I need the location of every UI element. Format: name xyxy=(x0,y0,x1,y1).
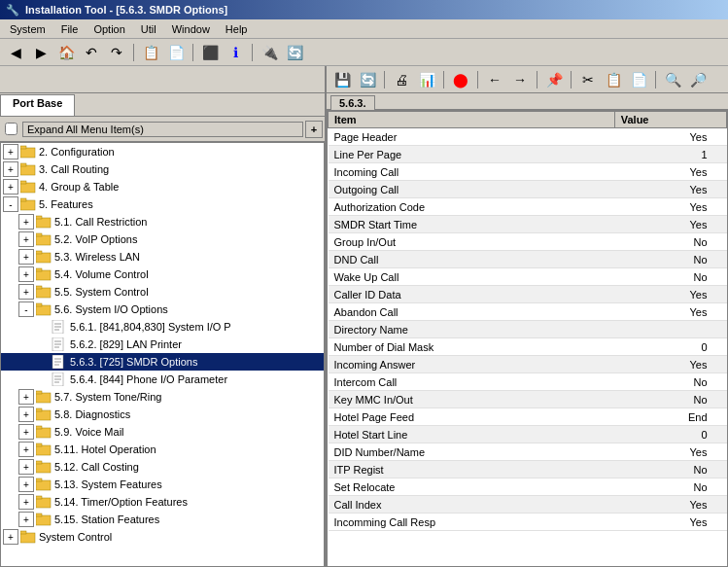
tree-item-volumecontrol[interactable]: + 5.4. Volume Control xyxy=(1,266,324,283)
stop-button[interactable]: ⬛ xyxy=(198,42,222,63)
menu-window[interactable]: Window xyxy=(164,21,218,37)
table-row[interactable]: Wake Up CallNo xyxy=(329,268,727,286)
tree-toggle[interactable]: + xyxy=(18,424,34,440)
tree-toggle[interactable]: + xyxy=(3,529,18,545)
table-row[interactable]: Incomming Call RespYes xyxy=(329,514,727,531)
tree-item-systemcontrol2[interactable]: + System Control xyxy=(1,528,324,546)
tree-item-sysio4[interactable]: 5.6.4. [844] Phone I/O Parameter xyxy=(1,371,324,388)
tree-toggle[interactable]: + xyxy=(18,249,34,265)
tree-item-systemcontrol[interactable]: + 5.5. System Control xyxy=(1,283,324,301)
redo-button[interactable]: ↷ xyxy=(105,42,128,63)
left-arrow[interactable]: ← xyxy=(483,69,506,90)
tree-toggle[interactable]: + xyxy=(18,214,34,230)
table-row[interactable]: DND CallNo xyxy=(329,251,727,268)
tree-toggle[interactable]: + xyxy=(18,494,34,510)
table-row[interactable]: Caller ID DataYes xyxy=(329,286,727,303)
tree-toggle[interactable]: - xyxy=(18,301,34,317)
tree-toggle[interactable]: + xyxy=(18,231,34,247)
tree-item-config[interactable]: + 2. Configuration xyxy=(1,143,324,160)
tree-item-sysio2[interactable]: 5.6.2. [829] LAN Printer xyxy=(1,336,324,353)
copy-button[interactable]: 📋 xyxy=(139,42,162,63)
tree-toggle[interactable]: + xyxy=(18,512,34,527)
table-row[interactable]: Hotel Page FeedEnd xyxy=(329,408,727,426)
tree-item-grouptable[interactable]: + 4. Group & Table xyxy=(1,178,324,195)
tree-toggle[interactable]: - xyxy=(3,196,18,212)
table-row[interactable]: Line Per Page1 xyxy=(329,146,727,163)
port-base-tab[interactable]: Port Base xyxy=(0,94,75,116)
tree-toggle[interactable]: + xyxy=(18,477,34,492)
table-row[interactable]: DID Number/NameYes xyxy=(329,443,727,461)
tree-toggle[interactable]: + xyxy=(18,442,34,457)
tree-item-callrestriction[interactable]: + 5.1. Call Restriction xyxy=(1,213,324,230)
forward-button[interactable]: ▶ xyxy=(29,42,52,63)
tree-item-systemtone[interactable]: + 5.7. System Tone/Ring xyxy=(1,388,324,406)
tree-item-sysio3[interactable]: 5.6.3. [725] SMDR Options xyxy=(1,353,324,371)
expand-all-button[interactable]: Expand All Menu Item(s) xyxy=(22,122,303,137)
tree-item-callcosting[interactable]: + 5.12. Call Costing xyxy=(1,458,324,476)
tree-toggle[interactable]: + xyxy=(3,179,18,195)
table-row[interactable]: SMDR Start TimeYes xyxy=(329,216,727,233)
copy2-button[interactable]: 📋 xyxy=(602,69,625,90)
tree-item-diagnostics[interactable]: + 5.8. Diagnostics xyxy=(1,406,324,423)
table-row[interactable]: Number of Dial Mask0 xyxy=(329,338,727,356)
menu-system[interactable]: System xyxy=(2,21,53,37)
table-row[interactable]: Authorization CodeYes xyxy=(329,198,727,216)
table-row[interactable]: Outgoing CallYes xyxy=(329,181,727,198)
tree-toggle[interactable]: + xyxy=(18,284,34,300)
right-arrow[interactable]: → xyxy=(508,69,532,90)
find-button[interactable]: 🔍 xyxy=(661,69,684,90)
tree-item-callrouting[interactable]: + 3. Call Routing xyxy=(1,160,324,178)
tree-item-wirelesslan[interactable]: + 5.3. Wireless LAN xyxy=(1,248,324,266)
table-row[interactable]: Page HeaderYes xyxy=(329,128,727,146)
info-button[interactable]: ℹ xyxy=(224,42,247,63)
tree-toggle[interactable]: + xyxy=(18,459,34,475)
tree-item-voicemail[interactable]: + 5.9. Voice Mail xyxy=(1,423,324,441)
table-row[interactable]: Incoming CallYes xyxy=(329,163,727,181)
tree-toggle[interactable]: + xyxy=(3,144,18,159)
table-row[interactable]: ITP RegistNo xyxy=(329,461,727,478)
home-button[interactable]: 🏠 xyxy=(54,42,78,63)
table-row[interactable]: Set RelocateNo xyxy=(329,478,727,496)
tree-toggle[interactable]: + xyxy=(3,161,18,177)
tree-item-stationfeatures[interactable]: + 5.15. Station Features xyxy=(1,511,324,528)
tree-item-systemio[interactable]: - 5.6. System I/O Options xyxy=(1,301,324,318)
red-circle[interactable]: ⬤ xyxy=(449,69,472,90)
printall-button[interactable]: 📊 xyxy=(415,69,438,90)
tree-toggle[interactable]: + xyxy=(18,266,34,282)
tree-view[interactable]: + 2. Configuration+ 3. Call Routing+ 4. … xyxy=(0,142,325,567)
findnext-button[interactable]: 🔎 xyxy=(686,69,710,90)
menu-option[interactable]: Option xyxy=(86,21,132,37)
connect-button[interactable]: 🔌 xyxy=(258,42,281,63)
back-button[interactable]: ◀ xyxy=(4,42,27,63)
reload-button[interactable]: 🔄 xyxy=(356,69,379,90)
tree-item-timeroption[interactable]: + 5.14. Timer/Option Features xyxy=(1,493,324,511)
tree-toggle[interactable]: + xyxy=(18,407,34,422)
table-row[interactable]: Key MMC In/OutNo xyxy=(329,391,727,408)
tree-item-sysfeatures[interactable]: + 5.13. System Features xyxy=(1,476,324,493)
tree-item-sysio1[interactable]: 5.6.1. [841,804,830] System I/O P xyxy=(1,318,324,336)
refresh-button[interactable]: 🔄 xyxy=(283,42,306,63)
pin-button[interactable]: 📌 xyxy=(542,69,566,90)
print-button[interactable]: 🖨 xyxy=(390,69,413,90)
table-row[interactable]: Hotel Start Line0 xyxy=(329,426,727,443)
paste-button[interactable]: 📄 xyxy=(164,42,188,63)
paste2-button[interactable]: 📄 xyxy=(627,69,650,90)
tree-item-features[interactable]: - 5. Features xyxy=(1,195,324,213)
table-row[interactable]: Intercom CallNo xyxy=(329,373,727,391)
table-row[interactable]: Call IndexYes xyxy=(329,496,727,514)
table-row[interactable]: Directory Name xyxy=(329,321,727,338)
tree-toggle[interactable]: + xyxy=(18,389,34,405)
save-button[interactable]: 💾 xyxy=(330,69,354,90)
add-button[interactable]: + xyxy=(305,121,323,138)
expand-checkbox[interactable] xyxy=(5,123,17,135)
menu-help[interactable]: Help xyxy=(218,21,256,37)
tree-item-hotelop[interactable]: + 5.11. Hotel Operation xyxy=(1,441,324,458)
tree-item-voipoptions[interactable]: + 5.2. VoIP Options xyxy=(1,230,324,248)
undo-button[interactable]: ↶ xyxy=(80,42,103,63)
table-row[interactable]: Abandon CallYes xyxy=(329,303,727,321)
menu-util[interactable]: Util xyxy=(133,21,164,37)
cut-button[interactable]: ✂ xyxy=(576,69,600,90)
table-row[interactable]: Incoming AnswerYes xyxy=(329,356,727,373)
table-row[interactable]: Group In/OutNo xyxy=(329,233,727,251)
menu-file[interactable]: File xyxy=(53,21,87,37)
